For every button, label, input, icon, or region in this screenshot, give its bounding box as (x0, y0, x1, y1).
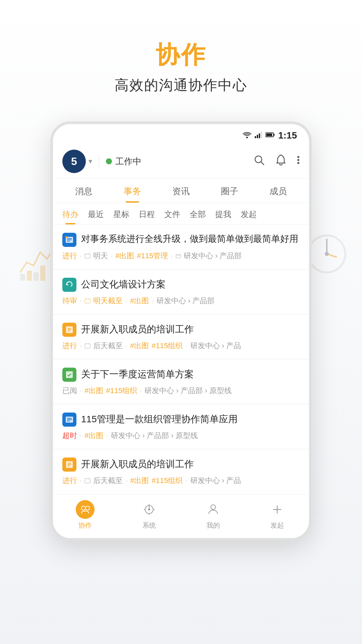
wifi-icon (243, 131, 251, 140)
task-meta-5: 超时 · #出图 · 研发中心 › 产品部 › 原型线 (62, 431, 300, 441)
status-time: 1:15 (278, 130, 297, 141)
task-status-2: 待审 (62, 296, 77, 306)
task-tag-1b: #115管理 (137, 251, 168, 261)
more-icon[interactable] (297, 154, 300, 168)
svg-rect-29 (176, 255, 181, 258)
main-nav-item-news[interactable]: 资讯 (157, 179, 205, 203)
sub-nav-item-mentioned[interactable]: 提我 (210, 203, 236, 224)
task-item[interactable]: 开展新入职成员的培训工作 进行 · 后天截至 · #出图 #115组织 · 研发… (53, 449, 309, 494)
task-icon-1 (62, 233, 76, 247)
page-title: 协作 (115, 40, 247, 69)
bottom-nav-label-start: 发起 (270, 521, 284, 530)
app-header: 5 ▾ 工作中 (53, 144, 309, 179)
sub-nav-item-files[interactable]: 文件 (160, 203, 185, 224)
bottom-nav-icon-mine (204, 500, 223, 519)
bottom-nav-icon-start (268, 500, 287, 519)
task-title-6: 开展新入职成员的培训工作 (81, 458, 300, 471)
svg-rect-3 (40, 266, 45, 281)
search-icon[interactable] (253, 154, 265, 168)
svg-rect-15 (266, 133, 272, 136)
task-path-3: 研发中心 › 产品 (190, 341, 241, 351)
bottom-nav-label-collaboration: 协作 (78, 521, 92, 530)
bottom-nav-item-collaboration[interactable]: 协作 (53, 500, 117, 530)
task-tag-6a: #出图 (130, 476, 149, 486)
svg-rect-30 (85, 299, 90, 303)
task-item[interactable]: 115管理是一款组织管理协作简单应用 超时 · #出图 · 研发中心 › 产品部… (53, 405, 309, 449)
page-header: 协作 高效的沟通协作中心 (115, 0, 247, 115)
task-meta-1: 进行 · 明天 · #出图 #115管理 · 研发中心 › 产品部 (62, 251, 300, 261)
svg-rect-1 (27, 271, 32, 281)
task-title-3: 开展新入职成员的培训工作 (81, 323, 300, 336)
svg-rect-49 (85, 479, 90, 483)
task-tag-1a: #出图 (115, 251, 134, 261)
avatar[interactable]: 5 (62, 150, 86, 173)
sub-nav-item-all[interactable]: 全部 (185, 203, 210, 224)
svg-line-17 (261, 162, 264, 165)
svg-point-53 (85, 506, 89, 510)
sub-nav-item-schedule[interactable]: 日程 (134, 203, 160, 224)
task-path-6: 研发中心 › 产品 (190, 476, 241, 486)
task-item[interactable]: 开展新入职成员的培训工作 进行 · 后天截至 · #出图 #115组织 · 研发… (53, 315, 309, 359)
svg-rect-10 (257, 135, 258, 138)
task-date-3: 后天截至 (93, 341, 123, 351)
task-icon-2 (62, 278, 76, 292)
svg-point-19 (297, 159, 299, 161)
svg-point-18 (297, 156, 299, 158)
sub-nav-item-recent[interactable]: 最近 (83, 203, 109, 224)
task-path-2: 研发中心 › 产品部 (157, 296, 215, 306)
battery-icon (265, 132, 275, 139)
status-dot (106, 158, 112, 164)
status-badge: 工作中 (106, 156, 141, 167)
svg-point-25 (65, 236, 67, 238)
task-title-1: 对事务系统进行全线升级，做到最简单做到最简单好用 (81, 233, 300, 246)
status-bar: 1:15 (53, 124, 309, 144)
svg-point-61 (211, 505, 216, 509)
task-status-3: 进行 (62, 341, 77, 351)
task-tag-3b: #115组织 (152, 341, 183, 351)
svg-point-7 (325, 252, 329, 256)
task-title-4: 关于下一季度运营简单方案 (81, 368, 300, 381)
sub-nav-item-todo[interactable]: 待办 (58, 203, 83, 224)
bottom-nav-item-system[interactable]: 系统 (117, 500, 181, 530)
phone-mockup: 1:15 5 ▾ 工作中 (50, 121, 312, 541)
bottom-nav-item-mine[interactable]: 我的 (181, 500, 245, 530)
sub-nav-item-started[interactable]: 发起 (236, 203, 261, 224)
task-status-6: 进行 (62, 476, 77, 486)
task-tag-4b: #115组织 (106, 386, 137, 396)
task-title-5: 115管理是一款组织管理协作简单应用 (81, 413, 300, 426)
bell-icon[interactable] (276, 154, 286, 168)
sub-nav-item-starred[interactable]: 星标 (109, 203, 134, 224)
task-meta-6: 进行 · 后天截至 · #出图 #115组织 · 研发中心 › 产品 (62, 476, 300, 486)
task-meta-2: 待审 · 明天截至 · #出图 · 研发中心 › 产品部 (62, 296, 300, 306)
divider-vertical (99, 155, 99, 167)
task-meta-4: 已阅 · #出图 #115组织 · 研发中心 › 产品部 › 原型线 (62, 386, 300, 396)
task-icon-6 (62, 458, 76, 472)
task-status-1: 进行 (62, 251, 77, 261)
task-date-1: 明天 (93, 251, 108, 261)
svg-rect-37 (85, 344, 90, 348)
task-item[interactable]: 公司文化墙设计方案 待审 · 明天截至 · #出图 · 研发中心 › 产品部 (53, 270, 309, 314)
task-item[interactable]: 关于下一季度运营简单方案 已阅 · #出图 #115组织 · 研发中心 › 产品… (53, 360, 309, 404)
task-list: 对事务系统进行全线升级，做到最简单做到最简单好用 进行 · 明天 · #出图 #… (53, 225, 309, 494)
main-nav-item-members[interactable]: 成员 (254, 179, 302, 203)
bottom-nav-icon-system (140, 500, 159, 519)
task-status-5: 超时 (62, 431, 77, 441)
status-icons: 1:15 (243, 130, 297, 141)
phone-container: 1:15 5 ▾ 工作中 (0, 115, 362, 541)
main-nav-item-tasks[interactable]: 事务 (108, 179, 157, 203)
bottom-nav: 协作 系统 (53, 494, 309, 538)
bottom-nav-item-start[interactable]: 发起 (245, 500, 309, 530)
sub-nav: 待办 最近 星标 日程 文件 全部 提我 发起 (53, 203, 309, 225)
main-nav-item-circles[interactable]: 圈子 (205, 179, 254, 203)
task-tag-6b: #115组织 (152, 476, 183, 486)
svg-rect-12 (261, 131, 262, 138)
task-item[interactable]: 对事务系统进行全线升级，做到最简单做到最简单好用 进行 · 明天 · #出图 #… (53, 225, 309, 269)
dropdown-icon[interactable]: ▾ (88, 157, 92, 166)
svg-point-52 (81, 506, 85, 510)
task-meta-3: 进行 · 后天截至 · #出图 #115组织 · 研发中心 › 产品 (62, 341, 300, 351)
task-icon-5 (62, 413, 76, 427)
task-tag-5: #出图 (84, 431, 103, 441)
task-icon-4 (62, 368, 76, 382)
main-nav-item-messages[interactable]: 消息 (60, 179, 108, 203)
task-tag-4a: #出图 (84, 386, 103, 396)
